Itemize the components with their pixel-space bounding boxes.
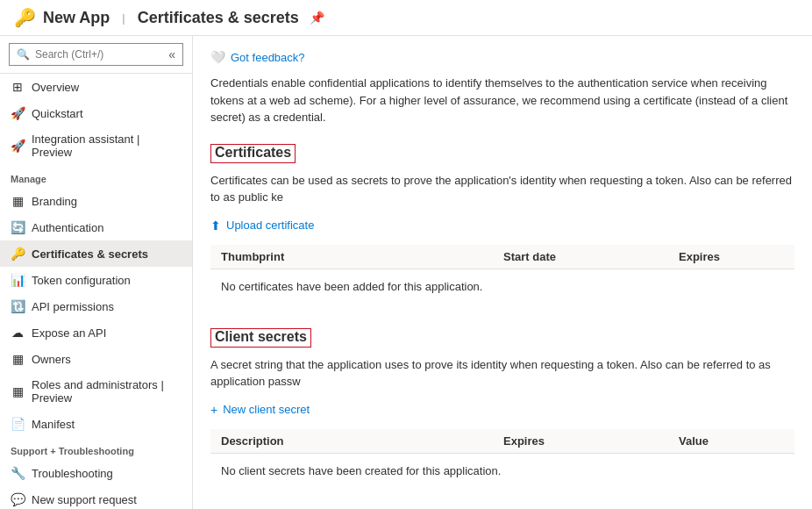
header-divider: | xyxy=(122,11,125,25)
token-icon: 📊 xyxy=(11,273,25,287)
sidebar-item-owners[interactable]: ▦ Owners xyxy=(0,346,192,372)
overview-icon: ⊞ xyxy=(11,80,25,94)
app-icon: 🔑 xyxy=(14,7,36,28)
client-secrets-table-header: Description Expires Value xyxy=(210,429,794,454)
sidebar-item-certificates-secrets[interactable]: 🔑 Certificates & secrets xyxy=(0,240,192,267)
upload-button-label: Upload certificate xyxy=(226,219,314,232)
manage-section-label: Manage xyxy=(0,165,192,188)
sidebar-item-authentication[interactable]: 🔄 Authentication xyxy=(0,214,192,240)
sidebar-item-label: Roles and administrators | Preview xyxy=(32,378,182,405)
cert-col-expires: Expires xyxy=(679,250,784,263)
authentication-icon: 🔄 xyxy=(11,220,25,234)
search-input[interactable] xyxy=(35,48,163,61)
collapse-button[interactable]: « xyxy=(168,47,175,61)
branding-icon: ▦ xyxy=(11,194,25,208)
troubleshooting-icon: 🔧 xyxy=(11,466,25,480)
sidebar-item-roles-administrators[interactable]: ▦ Roles and administrators | Preview xyxy=(0,372,192,411)
search-box: 🔍 « xyxy=(0,36,192,74)
sidebar-item-label: Troubleshooting xyxy=(32,467,113,480)
new-client-secret-button[interactable]: + New client secret xyxy=(210,403,310,417)
support-section-label: Support + Troubleshooting xyxy=(0,437,192,460)
main-layout: 🔍 « ⊞ Overview 🚀 Quickstart 🚀 Integratio… xyxy=(0,36,812,509)
certificates-title: Certificates xyxy=(210,144,794,172)
upload-certificate-button[interactable]: ⬆ Upload certificate xyxy=(210,219,314,233)
sidebar-item-integration-assistant[interactable]: 🚀 Integration assistant | Preview xyxy=(0,126,192,165)
main-description: Credentials enable confidential applicat… xyxy=(210,75,794,126)
sidebar-item-label: Expose an API xyxy=(32,326,106,340)
feedback-heart-icon: 🤍 xyxy=(210,50,225,64)
sidebar-item-label: Manifest xyxy=(32,418,75,431)
sidebar-item-new-support-request[interactable]: 💬 New support request xyxy=(0,486,192,509)
sidebar: 🔍 « ⊞ Overview 🚀 Quickstart 🚀 Integratio… xyxy=(0,36,193,509)
client-secrets-empty-message: No client secrets have been created for … xyxy=(210,454,794,488)
cert-col-start-date: Start date xyxy=(503,250,679,263)
sidebar-item-label: New support request xyxy=(32,493,137,506)
api-permissions-icon: 🔃 xyxy=(11,299,25,313)
certificates-section: Certificates Certificates can be used as… xyxy=(210,144,794,304)
owners-icon: ▦ xyxy=(11,352,25,366)
manifest-icon: 📄 xyxy=(11,417,25,431)
feedback-bar[interactable]: 🤍 Got feedback? xyxy=(210,50,794,64)
secret-col-expires: Expires xyxy=(503,434,679,448)
certificates-section-title: Certificates xyxy=(210,144,296,163)
new-secret-button-label: New client secret xyxy=(223,403,310,416)
cert-col-thumbprint: Thumbprint xyxy=(221,250,503,263)
sidebar-item-label: Authentication xyxy=(32,221,103,234)
integration-icon: 🚀 xyxy=(11,139,25,153)
expose-api-icon: ☁ xyxy=(11,326,25,340)
app-name: New App xyxy=(43,9,110,27)
search-icon: 🔍 xyxy=(17,48,30,61)
secret-col-value: Value xyxy=(679,434,784,448)
certificates-icon: 🔑 xyxy=(11,247,25,261)
certificates-empty-message: No certificates have been added for this… xyxy=(210,269,794,304)
sidebar-item-label: Quickstart xyxy=(32,107,83,120)
client-secrets-description: A secret string that the application use… xyxy=(210,356,794,391)
certificates-description: Certificates can be used as secrets to p… xyxy=(210,172,794,206)
sidebar-item-label: Overview xyxy=(32,81,79,94)
roles-icon: ▦ xyxy=(11,384,25,398)
secret-col-description: Description xyxy=(221,434,503,448)
sidebar-item-overview[interactable]: ⊞ Overview xyxy=(0,74,192,100)
sidebar-item-label: Certificates & secrets xyxy=(32,247,148,261)
sidebar-item-expose-api[interactable]: ☁ Expose an API xyxy=(0,319,192,346)
client-secrets-title: Client secrets xyxy=(210,328,794,356)
sidebar-item-label: Token configuration xyxy=(32,274,131,287)
sidebar-item-troubleshooting[interactable]: 🔧 Troubleshooting xyxy=(0,460,192,486)
pin-icon[interactable]: 📌 xyxy=(310,11,324,25)
certificates-table-header: Thumbprint Start date Expires xyxy=(210,245,794,269)
quickstart-icon: 🚀 xyxy=(11,106,25,120)
new-secret-icon: + xyxy=(210,403,217,417)
app-header: 🔑 New App | Certificates & secrets 📌 xyxy=(0,0,812,36)
sidebar-item-label: Integration assistant | Preview xyxy=(32,133,182,159)
sidebar-item-label: API permissions xyxy=(32,300,114,313)
client-secrets-section: Client secrets A secret string that the … xyxy=(210,328,794,488)
main-content: 🤍 Got feedback? Credentials enable confi… xyxy=(193,36,812,509)
sidebar-item-api-permissions[interactable]: 🔃 API permissions xyxy=(0,293,192,319)
feedback-text: Got feedback? xyxy=(231,51,305,64)
client-secrets-section-title: Client secrets xyxy=(210,328,311,348)
sidebar-item-label: Branding xyxy=(32,195,77,208)
sidebar-item-quickstart[interactable]: 🚀 Quickstart xyxy=(0,100,192,126)
support-request-icon: 💬 xyxy=(11,492,25,506)
page-title: Certificates & secrets xyxy=(138,9,299,27)
sidebar-item-branding[interactable]: ▦ Branding xyxy=(0,188,192,214)
sidebar-item-token-configuration[interactable]: 📊 Token configuration xyxy=(0,267,192,293)
sidebar-item-label: Owners xyxy=(32,353,71,366)
sidebar-item-manifest[interactable]: 📄 Manifest xyxy=(0,411,192,437)
search-input-wrap[interactable]: 🔍 « xyxy=(9,43,183,66)
upload-icon: ⬆ xyxy=(210,219,221,233)
